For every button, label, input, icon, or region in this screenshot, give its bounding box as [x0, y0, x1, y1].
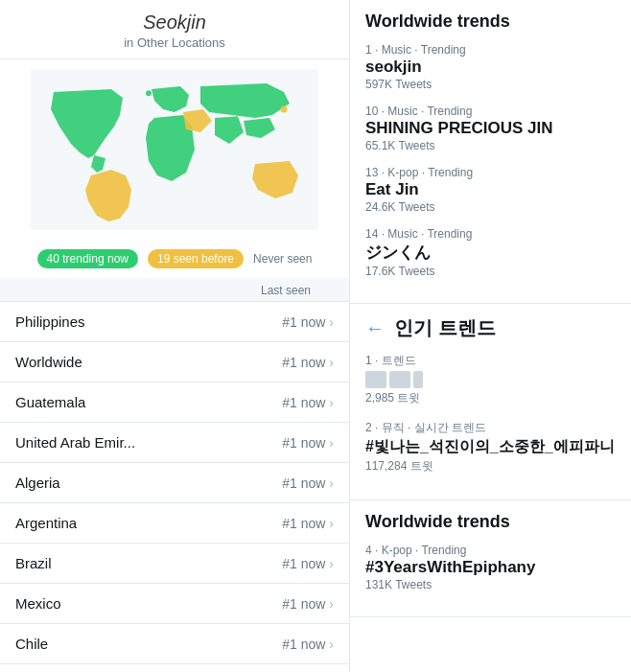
location-right: #1 now › [282, 314, 334, 330]
map-legend: 40 trending now 19 seen before Never see… [0, 243, 349, 278]
location-name: Brazil [15, 555, 52, 571]
location-name: United Arab Emir... [15, 434, 135, 451]
right-panel: Worldwide trends 1 · Music · Trending se… [350, 0, 631, 672]
location-rank: #1 now [282, 637, 325, 652]
location-item[interactable]: Chile #1 now › [0, 624, 349, 664]
chevron-icon: › [329, 355, 334, 370]
location-right: #1 now › [282, 596, 334, 612]
location-right: #1 now › [282, 395, 334, 410]
trends2-list: 4 · K-pop · Trending #3YearsWithEpiphany… [365, 544, 616, 591]
trend-name[interactable]: ジンくん [365, 242, 616, 264]
trend-name[interactable]: Eat Jin [365, 180, 616, 199]
trend-name[interactable]: SHINING PRECIOUS JIN [365, 119, 616, 138]
trend-name[interactable]: seokjin [365, 58, 616, 77]
page-subtitle: in Other Locations [124, 35, 225, 50]
placeholder-boxes [365, 371, 616, 388]
left-header: Seokjin in Other Locations [0, 0, 349, 59]
trend-tweets: 17.6K Tweets [365, 265, 616, 278]
location-name: Chile [15, 636, 48, 652]
location-item[interactable]: Guatemala #1 now › [0, 382, 349, 423]
location-right: #1 now › [282, 637, 334, 652]
map-container [0, 59, 349, 243]
trend-meta: 10 · Music · Trending [365, 104, 616, 118]
location-rank: #1 now [282, 596, 325, 612]
korean-trend-item: 1 · 트렌드 2,985 트윗 [365, 353, 616, 406]
chevron-icon: › [329, 314, 334, 330]
location-rank: #1 now [282, 475, 325, 491]
location-rank: #1 now [282, 395, 325, 410]
chevron-icon: › [329, 637, 334, 652]
trend-item: 14 · Music · Trending ジンくん 17.6K Tweets [365, 227, 616, 278]
trend-meta-2: 4 · K-pop · Trending [365, 544, 616, 557]
location-list: Philippines #1 now › Worldwide #1 now › … [0, 302, 349, 672]
location-rank: #1 now [282, 314, 325, 330]
never-seen-label: Never seen [253, 252, 312, 266]
trend-name-2[interactable]: #3YearsWithEpiphany [365, 558, 616, 577]
location-right: #1 now › [282, 435, 334, 451]
svg-point-1 [280, 105, 287, 112]
location-item[interactable]: Argentina #1 now › [0, 503, 349, 544]
trend-tweets: 65.1K Tweets [365, 139, 616, 152]
korean-tweet-count: 2,985 트윗 [365, 390, 616, 406]
placeholder-box [389, 371, 410, 388]
trend-item-2: 4 · K-pop · Trending #3YearsWithEpiphany… [365, 544, 616, 591]
location-item[interactable]: United Arab Emir... #1 now › [0, 423, 349, 463]
trend-tweets: 597K Tweets [365, 78, 616, 91]
location-item[interactable]: Worldwide #1 now › [0, 342, 349, 382]
location-name: Philippines [15, 313, 85, 330]
svg-point-2 [146, 90, 152, 96]
location-rank: #1 now [282, 435, 325, 451]
korean-trend-meta: 1 · 트렌드 [365, 353, 616, 369]
trend-item: 10 · Music · Trending SHINING PRECIOUS J… [365, 104, 616, 152]
location-rank: #1 now [282, 516, 325, 531]
chevron-icon: › [329, 475, 334, 491]
chevron-icon: › [329, 435, 334, 451]
placeholder-box [413, 371, 423, 388]
back-arrow-icon[interactable]: ← [365, 317, 385, 339]
location-right: #1 now › [282, 516, 334, 531]
page-title: Seokjin [15, 12, 334, 34]
korean-trend-meta: 2 · 뮤직 · 실시간 트렌드 [365, 420, 616, 436]
location-item[interactable]: Peru #1 now › [0, 664, 349, 672]
trend-meta: 14 · Music · Trending [365, 227, 616, 241]
placeholder-box [365, 371, 386, 388]
last-seen-header: Last seen [0, 278, 349, 302]
chevron-icon: › [329, 556, 334, 571]
trend-item: 1 · Music · Trending seokjin 597K Tweets [365, 43, 616, 91]
korean-list: 1 · 트렌드 2,985 트윗 2 · 뮤직 · 실시간 트렌드 #빛나는_석… [365, 353, 616, 475]
trending-now-badge: 40 trending now [37, 249, 138, 268]
location-name: Mexico [15, 595, 61, 612]
chevron-icon: › [329, 516, 334, 531]
location-item[interactable]: Brazil #1 now › [0, 544, 349, 584]
trend-item: 13 · K-pop · Trending Eat Jin 24.6K Twee… [365, 166, 616, 214]
left-panel: Seokjin in Other Locations [0, 0, 350, 672]
location-name: Guatemala [15, 394, 85, 410]
korean-trend-name[interactable]: #빛나는_석진이의_소중한_에피파니 [365, 437, 616, 457]
world-map [31, 69, 318, 230]
location-right: #1 now › [282, 475, 334, 491]
location-item[interactable]: Mexico #1 now › [0, 584, 349, 624]
korean-trends-section: ← 인기 트렌드 1 · 트렌드 2,985 트윗 2 · 뮤직 · 실시간 트… [350, 304, 631, 500]
worldwide-trends-section: Worldwide trends 1 · Music · Trending se… [350, 0, 631, 304]
chevron-icon: › [329, 395, 334, 410]
worldwide-title: Worldwide trends [365, 12, 616, 32]
location-item[interactable]: Philippines #1 now › [0, 302, 349, 342]
location-right: #1 now › [282, 556, 334, 571]
korean-header: ← 인기 트렌드 [365, 315, 616, 341]
location-name: Algeria [15, 475, 60, 491]
seen-before-badge: 19 seen before [148, 249, 244, 268]
trend-meta: 13 · K-pop · Trending [365, 166, 616, 179]
korean-tweet-count: 117,284 트윗 [365, 458, 616, 475]
location-rank: #1 now [282, 355, 325, 370]
location-name: Argentina [15, 515, 77, 531]
korean-section-title: 인기 트렌드 [394, 315, 496, 341]
chevron-icon: › [329, 596, 334, 612]
trend-tweets: 24.6K Tweets [365, 200, 616, 214]
trend-meta: 1 · Music · Trending [365, 43, 616, 57]
location-rank: #1 now [282, 556, 325, 571]
location-item[interactable]: Algeria #1 now › [0, 463, 349, 503]
worldwide-trends-section-2: Worldwide trends 4 · K-pop · Trending #3… [350, 500, 631, 617]
location-name: Worldwide [15, 354, 82, 370]
trends-list: 1 · Music · Trending seokjin 597K Tweets… [365, 43, 616, 278]
worldwide-title-2: Worldwide trends [365, 512, 616, 532]
